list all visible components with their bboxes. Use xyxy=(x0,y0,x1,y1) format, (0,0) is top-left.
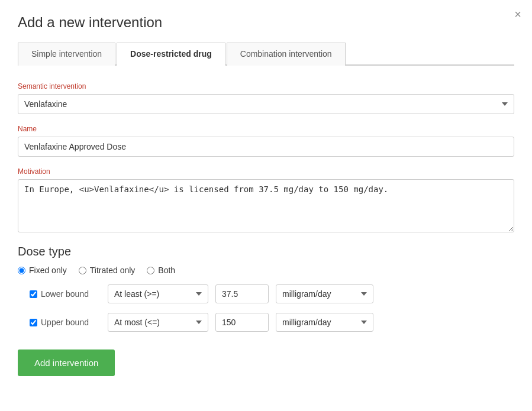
radio-both-label: Both xyxy=(158,266,175,275)
lower-bound-checkbox[interactable] xyxy=(30,290,37,298)
name-input[interactable] xyxy=(18,137,514,157)
dose-type-radio-group: Fixed only Titrated only Both xyxy=(18,266,514,275)
radio-titrated-only-label: Titrated only xyxy=(90,266,136,275)
dose-type-title: Dose type xyxy=(18,245,514,258)
upper-bound-comparator-select[interactable]: At most (<=) Less than (<) Exactly (=) xyxy=(108,313,208,332)
tab-dose-restricted-drug[interactable]: Dose-restricted drug xyxy=(117,43,225,66)
close-button[interactable]: × xyxy=(514,8,521,20)
add-intervention-button[interactable]: Add intervention xyxy=(18,349,115,376)
motivation-group: Motivation In Europe, <u>Venlafaxine</u>… xyxy=(18,167,514,234)
semantic-intervention-group: Semantic intervention Venlafaxine xyxy=(18,82,514,114)
name-label: Name xyxy=(18,125,514,133)
lower-bound-row: Lower bound At least (>=) Greater than (… xyxy=(18,284,514,303)
lower-bound-label[interactable]: Lower bound xyxy=(30,289,101,299)
name-group: Name xyxy=(18,125,514,157)
upper-bound-unit-select[interactable]: milligram/day gram/day microgram/day xyxy=(276,313,373,332)
dose-type-section: Dose type Fixed only Titrated only Both … xyxy=(18,245,514,332)
upper-bound-label[interactable]: Upper bound xyxy=(30,318,101,327)
radio-fixed-only[interactable]: Fixed only xyxy=(18,266,67,275)
motivation-textarea[interactable]: In Europe, <u>Venlafaxine</u> is license… xyxy=(18,179,514,232)
lower-bound-unit-select[interactable]: milligram/day gram/day microgram/day xyxy=(276,284,373,303)
tab-bar: Simple intervention Dose-restricted drug… xyxy=(18,41,514,66)
lower-bound-value-input[interactable] xyxy=(215,284,269,303)
tab-simple-intervention[interactable]: Simple intervention xyxy=(18,43,115,66)
lower-bound-comparator-select[interactable]: At least (>=) Greater than (>) Exactly (… xyxy=(108,284,208,303)
semantic-intervention-select[interactable]: Venlafaxine xyxy=(18,94,514,114)
upper-bound-value-input[interactable] xyxy=(215,313,269,332)
upper-bound-checkbox[interactable] xyxy=(30,319,37,326)
radio-fixed-only-label: Fixed only xyxy=(29,266,67,275)
modal-title: Add a new intervention xyxy=(18,14,514,31)
modal-container: × Add a new intervention Simple interven… xyxy=(0,0,532,411)
radio-titrated-only[interactable]: Titrated only xyxy=(79,266,136,275)
motivation-label: Motivation xyxy=(18,167,514,176)
tab-combination-intervention[interactable]: Combination intervention xyxy=(227,43,346,66)
radio-both[interactable]: Both xyxy=(147,266,175,275)
semantic-intervention-label: Semantic intervention xyxy=(18,82,514,90)
upper-bound-row: Upper bound At most (<=) Less than (<) E… xyxy=(18,313,514,332)
